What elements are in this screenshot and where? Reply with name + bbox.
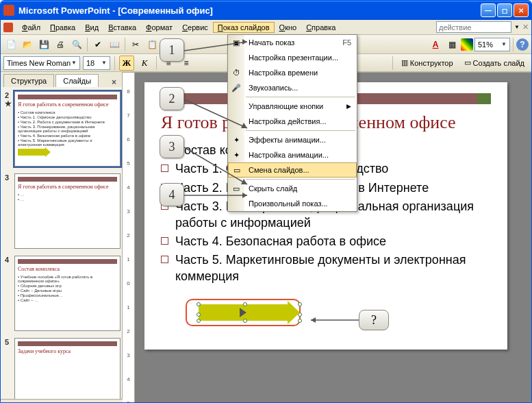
titlebar: Microsoft PowerPoint - [Современный офис… [1, 1, 531, 20]
play-icon [240, 308, 246, 317]
font-combo[interactable]: Times New Roman▼ [3, 56, 80, 70]
callout-1: 1 [160, 38, 184, 62]
research-icon[interactable]: 📖 [107, 37, 122, 52]
menu-item-icon: ⏱ [231, 67, 242, 78]
help-search-input[interactable] [436, 21, 511, 33]
menu-item-icon: 🎤 [231, 82, 242, 93]
thumb-number: 4 [5, 256, 12, 331]
menu-item[interactable]: ⏱Настройка времени [228, 65, 357, 80]
new-icon[interactable]: 📄 [3, 37, 18, 52]
help-icon[interactable]: ? [516, 38, 529, 51]
arrow-shape[interactable] [199, 304, 288, 321]
menu-item[interactable]: 🎤Звукозапись... [228, 80, 357, 95]
font-color-icon[interactable]: А [428, 37, 443, 52]
minimize-button[interactable]: — [481, 3, 496, 17]
callout-2: 2 [160, 87, 184, 110]
menubar: ФайлПравкаВидВставкаФорматСервисПоказ сл… [1, 20, 531, 35]
preview-icon[interactable]: 🔍 [69, 37, 84, 52]
thumbnail-list: 2★Я готов работать в современном офисе• … [1, 87, 122, 399]
grid-icon[interactable]: ▦ [444, 37, 459, 52]
tab-outline[interactable]: Структура [3, 74, 54, 87]
menu-Справка[interactable]: Справка [301, 22, 340, 33]
open-icon[interactable]: 📂 [20, 37, 35, 52]
thumb-number: 2★ [5, 91, 12, 167]
menu-item-icon: ✦ [231, 134, 242, 145]
print-icon[interactable]: 🖨 [53, 37, 68, 52]
menu-Вставка[interactable]: Вставка [103, 22, 141, 33]
slide-thumbnail[interactable]: Я готов работать в современном офисе• …•… [14, 173, 121, 249]
dropdown-arrow-icon[interactable]: ▼ [514, 24, 520, 30]
bold-button[interactable]: Ж [119, 56, 134, 71]
callout-4: 4 [160, 183, 184, 206]
panel-close-icon[interactable]: × [109, 77, 119, 87]
save-icon[interactable]: 💾 [36, 37, 51, 52]
thumb-number: 5 [5, 338, 12, 399]
italic-button[interactable]: К [137, 56, 152, 71]
design-icon: ▥ [401, 58, 408, 67]
menu-Вид[interactable]: Вид [80, 22, 103, 33]
slide-bullet: Часть 4. Безопасная работа в офисе [161, 234, 491, 249]
powerpoint-icon [3, 5, 14, 16]
size-combo[interactable]: 18▼ [83, 56, 110, 70]
callout-question: ? [359, 310, 389, 330]
designer-button[interactable]: ▥Конструктор [397, 56, 457, 71]
mdi-close-icon[interactable]: ✕ [522, 23, 529, 32]
zoom-combo[interactable]: 51%▼ [474, 38, 510, 51]
menu-Файл[interactable]: Файл [17, 22, 45, 33]
app-window: Microsoft PowerPoint - [Современный офис… [0, 0, 532, 403]
window-title: Microsoft PowerPoint - [Современный офис… [18, 5, 481, 16]
slide-bullet: Часть 5. Маркетинговые документы и элект… [161, 252, 491, 284]
svg-marker-7 [242, 193, 247, 198]
svg-marker-9 [311, 317, 316, 323]
slide-thumbnail[interactable]: Состав комплекса• Учебное пособие «Я гот… [14, 256, 121, 331]
callout-3: 3 [160, 135, 184, 158]
menu-Правка[interactable]: Правка [45, 22, 80, 33]
copy-icon[interactable]: 📋 [144, 37, 160, 52]
newslide-icon: ▭ [464, 58, 471, 67]
svg-line-2 [184, 99, 247, 128]
color-icon[interactable] [461, 38, 473, 51]
spell-icon[interactable]: ✔ [90, 37, 105, 52]
menu-Показ слайдов[interactable]: Показ слайдов [213, 22, 275, 33]
menu-Сервис[interactable]: Сервис [177, 22, 213, 33]
left-panel: Структура Слайды × 2★Я готов работать в … [1, 72, 123, 399]
vertical-ruler: 87654321012345678 [123, 73, 135, 403]
cut-icon[interactable]: ✂ [128, 37, 143, 52]
new-slide-button[interactable]: ▭Создать слайд [460, 56, 529, 71]
menu-Окно[interactable]: Окно [275, 22, 302, 33]
maximize-button[interactable]: ◻ [497, 3, 512, 17]
selected-shape-outline [186, 299, 301, 326]
thumb-number: 3 [5, 173, 12, 249]
menu-Формат[interactable]: Формат [141, 22, 177, 33]
slide-thumbnail[interactable]: Я готов работать в современном офисе• Со… [14, 91, 121, 167]
tab-slides[interactable]: Слайды [55, 74, 99, 87]
svg-line-4 [184, 147, 247, 184]
office-icon[interactable] [3, 23, 13, 32]
panel-tabs: Структура Слайды × [1, 72, 122, 87]
slide-thumbnail[interactable]: Задачи учебного курса [14, 338, 121, 399]
close-button[interactable]: ✕ [514, 3, 529, 17]
